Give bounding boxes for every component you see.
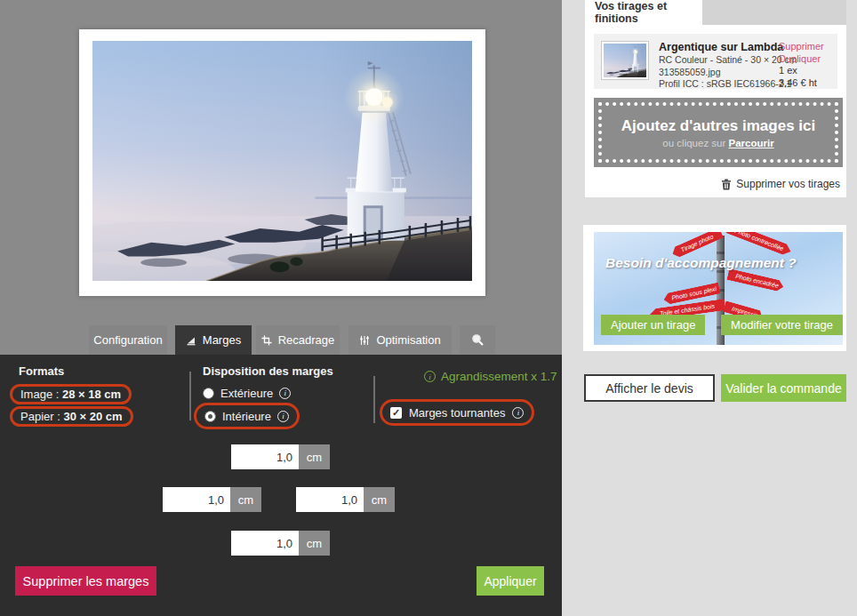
- rotating-margins-row: Marges tournantes: [380, 399, 534, 426]
- promo-banner: Tirage photo Photo contrecollée Photo en…: [594, 232, 843, 345]
- print-item-info: Argentique sur Lambda RC Couleur - Satin…: [659, 41, 779, 82]
- delete-all-prints-label: Supprimer vos tirages: [736, 178, 840, 190]
- margin-unit-bottom: cm: [299, 531, 330, 556]
- print-item: Argentique sur Lambda RC Couleur - Satin…: [594, 34, 837, 89]
- search-icon: [471, 333, 485, 347]
- radio-exterieure[interactable]: Extérieure: [203, 383, 333, 403]
- margin-input-left[interactable]: [163, 487, 230, 512]
- browse-link[interactable]: Parcourir: [729, 138, 774, 148]
- prints-tab-filler: [702, 0, 846, 25]
- margin-unit-right: cm: [364, 487, 395, 512]
- promo-card: Tirage photo Photo contrecollée Photo en…: [583, 225, 846, 351]
- interieure-annotation: Intérieure: [194, 403, 300, 429]
- validate-order-button[interactable]: Valider la commande: [721, 374, 846, 402]
- print-item-icc: Profil ICC : sRGB IEC61966-2.1: [659, 78, 779, 91]
- radio-interieure-label: Intérieure: [222, 410, 271, 423]
- margins-panel: Formats Image : 28 × 18 cm Papier : 30 ×…: [0, 355, 562, 616]
- print-item-actions: Supprimer Dupliquer 1 ex 3,46 € ht: [779, 41, 830, 82]
- margin-input-top-group: cm: [231, 444, 330, 469]
- disposition-heading: Disposition des marges: [203, 364, 333, 378]
- add-print-button[interactable]: Ajouter un tirage: [601, 315, 705, 335]
- tab-recadrage[interactable]: Recadrage: [256, 325, 340, 355]
- enlargement-note: Agrandissement x 1.7: [424, 370, 557, 383]
- margin-unit-left: cm: [230, 487, 261, 512]
- print-item-quantity: 1 ex: [779, 65, 830, 77]
- sliders-icon: [359, 335, 370, 346]
- tab-marges[interactable]: Marges: [175, 325, 252, 355]
- image-size-line: Image : 28 × 18 cm: [20, 388, 121, 401]
- print-item-filename: 313585059.jpg: [659, 67, 779, 79]
- margin-input-right-group: cm: [296, 487, 395, 512]
- remove-margins-button[interactable]: Supprimer les marges: [15, 566, 156, 596]
- paper-size-annotation: Papier : 30 × 20 cm: [10, 406, 133, 427]
- margin-input-left-group: cm: [163, 487, 261, 512]
- trash-icon: [721, 179, 732, 190]
- promo-sign: Photo contrecollée: [725, 232, 793, 257]
- promo-title: Besoin d'accompagnement ?: [605, 255, 797, 271]
- dropzone-subtitle: ou cliquez sur Parcourir: [662, 138, 773, 148]
- rotating-margins-option[interactable]: Marges tournantes: [390, 403, 524, 422]
- duplicate-print-link[interactable]: Dupliquer: [779, 53, 830, 66]
- divider: [189, 372, 191, 420]
- lighthouse-thumbnail: [604, 44, 646, 77]
- margins-icon: [186, 335, 196, 346]
- modify-print-button[interactable]: Modifier votre tirage: [721, 315, 843, 335]
- print-item-subtitle: RC Couleur - Satiné - 30 × 20 cm: [659, 54, 779, 67]
- print-item-price: 3,46 € ht: [779, 77, 830, 90]
- image-size-annotation: Image : 28 × 18 cm: [10, 384, 132, 404]
- lighthouse-photo: [92, 41, 472, 281]
- rotating-margins-label: Marges tournantes: [409, 406, 505, 420]
- info-icon[interactable]: [277, 411, 289, 422]
- margin-disposition-section: Disposition des marges Extérieure Intéri…: [203, 364, 333, 429]
- apply-button[interactable]: Appliquer: [477, 566, 544, 596]
- formats-heading: Formats: [19, 364, 133, 378]
- print-preview-paper: [79, 29, 485, 296]
- delete-print-link[interactable]: Supprimer: [779, 41, 830, 53]
- info-icon[interactable]: [279, 388, 291, 399]
- formats-section: Formats Image : 28 × 18 cm Papier : 30 ×…: [19, 364, 133, 428]
- add-images-dropzone[interactable]: Ajoutez d'autres images ici ou cliquez s…: [594, 98, 843, 167]
- radio-exterieure-label: Extérieure: [220, 387, 273, 400]
- radio-interieure[interactable]: Intérieure: [204, 406, 289, 426]
- tab-recadrage-label: Recadrage: [278, 333, 335, 347]
- tab-optimisation[interactable]: Optimisation: [348, 325, 452, 355]
- margin-input-bottom-group: cm: [231, 531, 330, 556]
- margin-unit-top: cm: [299, 444, 330, 469]
- delete-all-prints[interactable]: Supprimer vos tirages: [721, 178, 840, 190]
- tab-marges-label: Marges: [203, 333, 241, 347]
- print-item-title: Argentique sur Lambda: [659, 41, 779, 53]
- info-icon[interactable]: [424, 371, 436, 382]
- prints-panel-title: Vos tirages et finitions: [595, 0, 702, 25]
- enlargement-text: Agrandissement x 1.7: [441, 370, 557, 383]
- info-icon[interactable]: [512, 407, 524, 419]
- prints-panel: Argentique sur Lambda RC Couleur - Satin…: [585, 25, 846, 197]
- tab-configuration[interactable]: Configuration: [89, 325, 167, 355]
- print-item-thumbnail: [601, 41, 649, 80]
- tab-zoom[interactable]: [460, 325, 495, 355]
- print-preview-photo: [92, 41, 472, 281]
- dropzone-title: Ajoutez d'autres images ici: [621, 117, 816, 135]
- prints-panel-tab[interactable]: Vos tirages et finitions: [585, 0, 702, 25]
- editor-canvas: Configuration Marges Recadrage Optimisat…: [0, 0, 562, 616]
- rotating-margins-annotation: Marges tournantes: [380, 399, 534, 426]
- margin-input-bottom[interactable]: [231, 531, 299, 556]
- divider: [373, 376, 375, 423]
- margin-input-right[interactable]: [296, 487, 364, 512]
- tab-configuration-label: Configuration: [93, 333, 162, 347]
- paper-size-line: Papier : 30 × 20 cm: [20, 410, 123, 423]
- margin-input-top[interactable]: [231, 444, 299, 469]
- radio-icon-interieure[interactable]: [204, 411, 216, 422]
- promo-sign: Photo encadrée: [726, 268, 784, 292]
- editor-tabs: Configuration Marges Recadrage Optimisat…: [89, 325, 495, 355]
- show-quote-button[interactable]: Afficher le devis: [584, 374, 715, 402]
- tab-optimisation-label: Optimisation: [376, 333, 440, 347]
- crop-icon: [261, 335, 272, 346]
- rotating-margins-checkbox[interactable]: [390, 407, 402, 419]
- radio-icon-exterieure[interactable]: [203, 388, 214, 399]
